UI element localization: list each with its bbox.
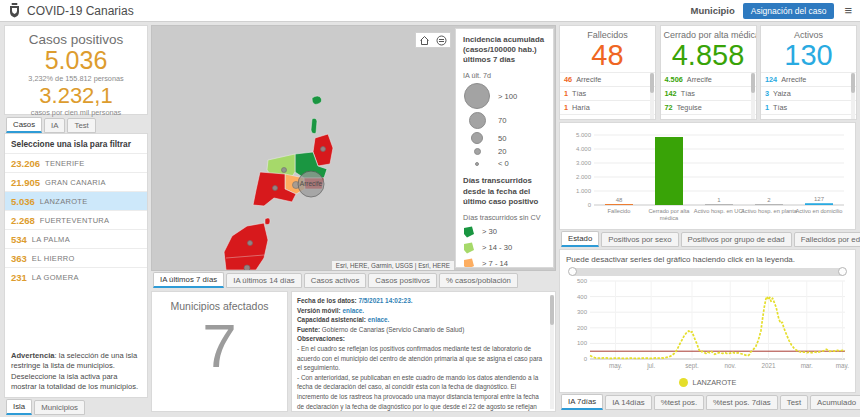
info-link[interactable]: enlace. bbox=[368, 316, 390, 323]
bar-activo-hosp-en-uci[interactable] bbox=[705, 204, 733, 205]
stat-row-arrecife[interactable]: 124Arrecife bbox=[761, 72, 856, 86]
tab-positivos-por-grupo-de-edad[interactable]: Positivos por grupo de edad bbox=[681, 232, 792, 247]
map-panel[interactable]: Arrecife Esri, HERE, Garmin, USGS | Esri… bbox=[151, 25, 556, 271]
island-label: LANZAROTE bbox=[40, 197, 88, 206]
tab-casos-activos[interactable]: Casos activos bbox=[304, 273, 367, 288]
legend-days-row: > 14 - 30 bbox=[463, 242, 546, 254]
island-row-el-hierro[interactable]: 363EL HIERRO bbox=[5, 248, 147, 267]
stat-row-san-bartolomé[interactable]: 0San Bartolomé bbox=[560, 114, 655, 120]
island-row-gran-canaria[interactable]: 21.905GRAN CANARIA bbox=[5, 172, 147, 191]
size-label: 20 bbox=[498, 147, 506, 156]
island-value: 363 bbox=[11, 253, 27, 264]
island-row-tenerife[interactable]: 23.206TENERIFE bbox=[5, 153, 147, 172]
casos-percent-line: 3,232% de 155.812 personas bbox=[5, 74, 147, 83]
legend-size-classes: > 100705020< 0 bbox=[463, 83, 546, 168]
legend-size-row: 50 bbox=[463, 132, 546, 144]
days-label: > 14 - 30 bbox=[482, 243, 512, 252]
svg-text:127: 127 bbox=[814, 196, 825, 202]
stat-row-arrecife[interactable]: 4.506Arrecife bbox=[661, 72, 756, 86]
island-row-la-palma[interactable]: 534LA PALMA bbox=[5, 229, 147, 248]
stat-row-tías[interactable]: 1Tías bbox=[761, 100, 856, 114]
island-row-lanzarote[interactable]: 5.036LANZAROTE bbox=[5, 191, 147, 210]
info-line: - Con anterioridad, se publicaban en est… bbox=[297, 373, 545, 411]
island-row-fuerteventura[interactable]: 2.268FUERTEVENTURA bbox=[5, 210, 147, 229]
tab-ia-últimos-14-días[interactable]: IA últimos 14 días bbox=[226, 273, 302, 288]
tab-ia[interactable]: IA bbox=[44, 118, 65, 133]
casos-rate: 3.232,1 bbox=[5, 84, 147, 107]
svg-text:2.000: 2.000 bbox=[576, 174, 592, 180]
casos-positivos-title: Casos positivos bbox=[5, 32, 147, 47]
asignacion-del-caso-button[interactable]: Asignación del caso bbox=[743, 3, 835, 19]
svg-text:may.: may. bbox=[609, 362, 622, 370]
tab-isla[interactable]: Isla bbox=[6, 399, 32, 415]
stat-value: 4.858 bbox=[661, 40, 756, 72]
stat-row-tías[interactable]: 1Tías bbox=[560, 86, 655, 100]
island-list: 23.206TENERIFE21.905GRAN CANARIA5.036LAN… bbox=[5, 153, 147, 286]
island-value: 21.905 bbox=[11, 177, 40, 188]
tab-test[interactable]: Test bbox=[780, 395, 808, 410]
info-line: Capacidad asistencial: enlace. bbox=[297, 315, 545, 325]
tab-ia-14días[interactable]: IA 14días bbox=[605, 395, 652, 410]
stat-panel-activos: Activos130124Arrecife3Yaiza1Tías1San Bar… bbox=[760, 25, 857, 120]
tab-fallecidos-por-edad-y-sexo[interactable]: Fallecidos por edad y sexo bbox=[794, 232, 860, 247]
tab-municipios[interactable]: Municipios bbox=[34, 400, 85, 415]
island-row-la-gomera[interactable]: 231LA GOMERA bbox=[5, 267, 147, 286]
info-link[interactable]: 7/5/2021 14:02:23. bbox=[358, 297, 412, 304]
stat-row-yaiza[interactable]: 3Yaiza bbox=[761, 86, 856, 100]
legend-title: Incidencia acumulada (casos/100000 hab.)… bbox=[463, 35, 546, 65]
size-label: 50 bbox=[498, 134, 506, 143]
tab-ia-últimos-7-días[interactable]: IA últimos 7 días bbox=[153, 272, 224, 288]
stat-row-yaiza[interactable]: 40Yaiza bbox=[661, 114, 756, 120]
island-label: EL HIERRO bbox=[32, 254, 75, 263]
island-label: LA GOMERA bbox=[32, 273, 79, 282]
bar-fallecido[interactable] bbox=[605, 204, 633, 205]
svg-text:jul.: jul. bbox=[646, 362, 655, 370]
tab-positivos-por-sexo[interactable]: Positivos por sexo bbox=[601, 232, 678, 247]
map-islote[interactable] bbox=[311, 118, 317, 133]
svg-text:4.000: 4.000 bbox=[576, 146, 592, 152]
app-title: COVID-19 Canarias bbox=[27, 4, 134, 18]
estado-chart-container: 01.0002.0003.0004.0005.00048FallecidoCer… bbox=[560, 123, 855, 231]
tab-%-casos-población[interactable]: % casos/población bbox=[439, 273, 518, 288]
info-line: Observaciones: bbox=[297, 334, 545, 344]
casos-tabbar: CasosIATest bbox=[6, 117, 96, 133]
bar-activo-hosp-en-planta[interactable] bbox=[755, 204, 783, 205]
tab-estado[interactable]: Estado bbox=[561, 231, 599, 247]
tab-test[interactable]: Test bbox=[67, 118, 95, 133]
days-flag-icon bbox=[463, 226, 475, 238]
tab-casos-positivos[interactable]: Casos positivos bbox=[368, 273, 437, 288]
island-label: FUERTEVENTURA bbox=[40, 216, 110, 225]
tab-acumulado[interactable]: Acumulado bbox=[810, 395, 860, 410]
legend-toggle-icon[interactable] bbox=[436, 35, 447, 46]
app-header: COVID-19 Canarias Municipio Asignación d… bbox=[0, 0, 860, 22]
stat-row-teguise[interactable]: 72Teguise bbox=[661, 100, 756, 114]
stat-scrollbar[interactable] bbox=[851, 73, 855, 119]
menu-icon[interactable]: ≡ bbox=[844, 4, 852, 17]
slider-handle-left[interactable] bbox=[568, 267, 577, 276]
timeline-chart-container: 0100200300400500may.jul.sept.nov.2021mar… bbox=[560, 276, 855, 377]
casos-rate-line: casos por cien mil personas bbox=[5, 108, 147, 117]
home-icon[interactable] bbox=[419, 35, 430, 46]
slider-handle-right[interactable] bbox=[838, 267, 847, 276]
info-scrollbar[interactable] bbox=[550, 295, 554, 409]
timeline-range-slider[interactable] bbox=[570, 268, 845, 276]
svg-text:400: 400 bbox=[577, 294, 588, 300]
svg-text:Fallecido: Fallecido bbox=[608, 208, 631, 214]
tab-ia-7días[interactable]: IA 7días bbox=[561, 394, 603, 410]
timeline-legend[interactable]: LANZAROTE bbox=[560, 378, 855, 387]
svg-text:500: 500 bbox=[577, 278, 588, 284]
tab-%test-pos[interactable]: %test pos. bbox=[654, 395, 704, 410]
tab-casos[interactable]: Casos bbox=[6, 117, 42, 133]
days-flag-icon bbox=[463, 258, 475, 268]
stat-scrollbar[interactable] bbox=[650, 73, 654, 119]
stat-row-tías[interactable]: 142Tías bbox=[661, 86, 756, 100]
tab-%test-pos-7días[interactable]: %test pos. 7días bbox=[706, 395, 778, 410]
bar-cerrado-por-alta-médica[interactable] bbox=[655, 137, 683, 205]
map-islote-sur[interactable] bbox=[265, 218, 270, 225]
bar-activo-en-domicilio[interactable] bbox=[805, 203, 833, 205]
stat-row-san-bartolomé[interactable]: 1San Bartolomé bbox=[761, 114, 856, 120]
stat-row-arrecife[interactable]: 46Arrecife bbox=[560, 72, 655, 86]
stat-row-haría[interactable]: 1Haría bbox=[560, 100, 655, 114]
stat-scrollbar[interactable] bbox=[751, 73, 755, 119]
info-link[interactable]: enlace. bbox=[342, 307, 364, 314]
